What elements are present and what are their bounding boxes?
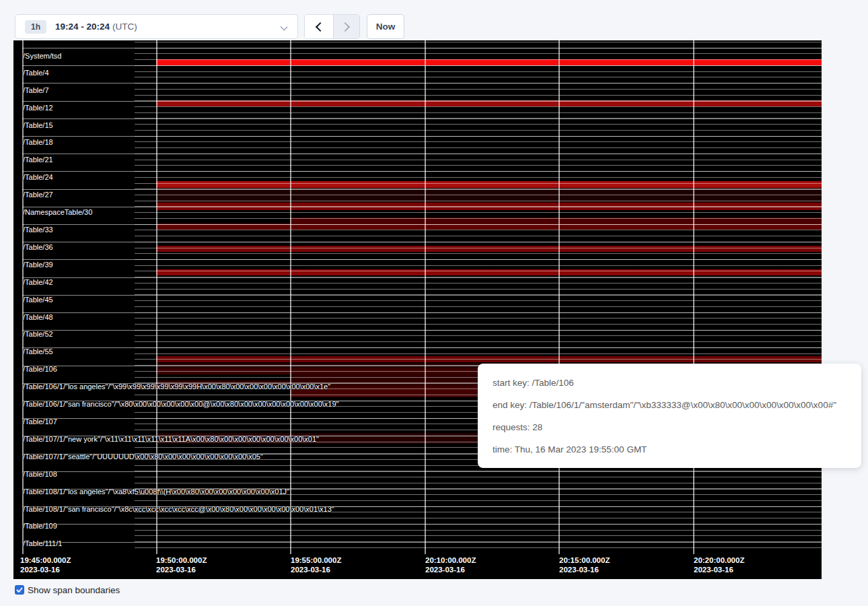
- key-span-label: /Table/45: [23, 296, 53, 304]
- time-axis-tick: 19:50:00.000Z2023-03-16: [156, 556, 207, 574]
- key-span-label: /Table/24: [23, 173, 53, 181]
- key-span-label: /Table/4: [23, 69, 49, 77]
- key-visualizer-canvas[interactable]: /System/tsd/Table/4/Table/7/Table/12/Tab…: [13, 40, 822, 579]
- key-span-label: /Table/52: [23, 330, 53, 338]
- heat-band: [156, 100, 822, 106]
- key-span-label: /Table/36: [23, 243, 53, 251]
- heat-band: [156, 203, 822, 210]
- key-span-label: /Table/7: [23, 86, 49, 94]
- time-range-selector[interactable]: 1h 19:24 - 20:24 (UTC): [15, 14, 298, 39]
- key-span-label: /Table/108/1/"san francisco"/"\x8c\xcc\x…: [23, 505, 334, 513]
- key-span-label: /System/tsd: [23, 52, 61, 60]
- range-text: 19:24 - 20:24: [55, 22, 110, 32]
- time-axis-tick: 20:10:00.000Z2023-03-16: [425, 556, 476, 574]
- heat-band: [156, 246, 822, 252]
- key-span-label: /Table/108/1/"los angeles"/"\xa8\xf5\u00…: [23, 487, 289, 496]
- time-axis-tick: 20:20:00.000Z2023-03-16: [694, 556, 744, 574]
- tooltip-requests: requests: 28: [493, 421, 846, 434]
- key-span-label: /Table/18: [23, 138, 53, 146]
- key-span-label: /Table/106/1/"los angeles"/"\x99\x99\x99…: [23, 382, 330, 391]
- key-span-label: /Table/12: [23, 104, 53, 112]
- key-span-label: /Table/111/1: [23, 539, 62, 547]
- tooltip-time: time: Thu, 16 Mar 2023 19:55:00 GMT: [493, 443, 846, 457]
- time-axis: 19:45:00.000Z2023-03-1619:50:00.000Z2023…: [13, 554, 822, 579]
- show-span-boundaries-label: Show span boundaries: [28, 585, 120, 595]
- key-span-label: /Table/27: [23, 191, 53, 199]
- key-span-label: /Table/33: [23, 226, 53, 234]
- range-nav-group: [304, 14, 360, 39]
- range-duration-badge: 1h: [25, 20, 46, 34]
- key-span-label: /Table/107/1/"seattle"/"UUUUUUD\x00\x80\…: [23, 452, 263, 461]
- heat-band: [156, 224, 822, 230]
- time-axis-tick: 19:45:00.000Z2023-03-16: [20, 556, 71, 574]
- key-span-label: /Table/15: [23, 121, 53, 129]
- time-gridline: [156, 40, 157, 554]
- key-span-label: /Table/39: [23, 261, 53, 269]
- heat-band: [156, 356, 822, 362]
- key-span-label: /Table/109: [23, 522, 57, 530]
- time-gridline: [693, 40, 694, 554]
- key-span-label: /Table/108: [23, 470, 57, 478]
- key-span-label: /Table/107: [23, 417, 57, 426]
- key-span-label: /Table/42: [23, 278, 53, 286]
- time-gridline: [290, 40, 291, 554]
- key-span-label: /Table/107/1/"new york"/"\x11\x11\x11\x1…: [23, 435, 319, 443]
- key-span-label: /Table/55: [23, 347, 53, 356]
- key-span-label: /Table/48: [23, 313, 53, 321]
- heat-bands-layer: [13, 40, 822, 554]
- tooltip-start-key: start key: /Table/106: [493, 376, 846, 390]
- footer-options: Show span boundaries: [15, 583, 120, 597]
- heat-band: [156, 181, 822, 188]
- hover-tooltip: start key: /Table/106 end key: /Table/10…: [478, 364, 861, 468]
- time-gridline: [558, 40, 560, 554]
- heat-band: [290, 217, 822, 224]
- heat-band: [156, 269, 822, 275]
- chevron-right-icon: [340, 22, 350, 31]
- prev-range-button[interactable]: [305, 15, 333, 38]
- tooltip-end-key: end key: /Table/106/1/"amsterdam"/"\xb33…: [493, 399, 846, 412]
- key-span-label: /NamespaceTable/30: [23, 208, 92, 216]
- key-span-label: /Table/106/1/"san francisco"/"\x80\x00\x…: [23, 400, 339, 408]
- key-span-label: /Table/106: [23, 365, 57, 373]
- span-boundary-lines: [22, 48, 822, 543]
- chevron-down-icon: [281, 24, 288, 31]
- show-span-boundaries-checkbox[interactable]: [15, 585, 24, 595]
- span-boundary-sublines: [135, 42, 822, 553]
- heat-band: [156, 188, 822, 203]
- range-utc-suffix: (UTC): [112, 22, 137, 32]
- time-gridline: [425, 40, 426, 554]
- time-axis-tick: 19:55:00.000Z2023-03-16: [291, 556, 341, 574]
- chevron-left-icon: [316, 22, 325, 31]
- next-range-button[interactable]: [333, 15, 359, 38]
- now-button[interactable]: Now: [367, 14, 404, 39]
- time-axis-tick: 20:15:00.000Z2023-03-16: [559, 556, 610, 574]
- key-span-label: /Table/21: [23, 156, 53, 164]
- heat-band: [156, 59, 822, 65]
